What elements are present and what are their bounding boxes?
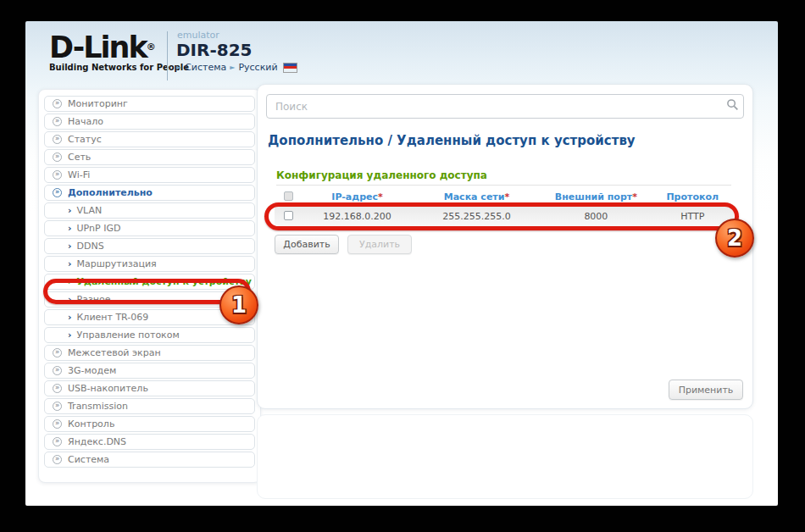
callout-badge-1: 1 (219, 285, 258, 324)
sidebar-item-label: Удаленный доступ к устройству (77, 276, 252, 287)
sidebar-item-label: Начало (68, 116, 103, 127)
sidebar-item-label: UPnP IGD (77, 223, 121, 234)
section-divider (276, 185, 731, 186)
arrow-circle-icon: » (53, 419, 62, 429)
column-header: IP-адрес* (303, 189, 413, 206)
page-title: Дополнительно / Удаленный доступ к устро… (268, 133, 636, 148)
apply-button[interactable]: Применить (669, 380, 743, 400)
sidebar-item-label: Мониторинг (68, 98, 128, 109)
add-button[interactable]: Добавить (275, 235, 339, 254)
arrow-circle-icon: » (53, 135, 62, 144)
table-cell: 255.255.255.0 (413, 206, 541, 227)
sidebar-item-transmission[interactable]: »Transmission (44, 398, 255, 414)
sidebar-item-label: Transmission (68, 401, 128, 412)
search-box[interactable] (266, 94, 744, 119)
row-checkbox-cell (275, 206, 303, 227)
magnifier-icon[interactable] (721, 98, 743, 114)
chevron-right-icon: › (68, 241, 72, 251)
lower-panel (257, 414, 753, 499)
sidebar-item-label: Межсетевой экран (68, 347, 161, 358)
sidebar-item-label: Сеть (68, 152, 91, 163)
chevron-right-icon: › (68, 313, 72, 322)
sidebar-item-routing[interactable]: ›Маршрутизация (44, 256, 255, 272)
language-menu-link[interactable]: Русский (238, 62, 277, 73)
sidebar-item-advanced[interactable]: »Дополнительно (44, 185, 255, 201)
arrow-circle-icon: » (53, 152, 62, 162)
chevron-right-icon: › (68, 330, 72, 340)
sidebar-item-label: Клиент TR-069 (77, 312, 149, 323)
sidebar-item-label: Wi-Fi (68, 169, 90, 180)
sidebar-item-ddns[interactable]: ›DDNS (44, 238, 255, 254)
arrow-circle-icon: » (53, 348, 62, 357)
table-cell: 8000 (541, 206, 651, 227)
arrow-right-icon: ► (230, 64, 235, 71)
sidebar-item-label: Разное (77, 294, 111, 305)
russian-flag-icon[interactable] (283, 63, 297, 73)
required-asterisk: * (504, 191, 509, 202)
logo-word: D-Link (49, 30, 147, 64)
column-header-label: Маска сети (444, 191, 505, 202)
sidebar-item-wifi[interactable]: »Wi-Fi (44, 167, 255, 183)
delete-button[interactable]: Удалить (347, 235, 412, 254)
search-input[interactable] (267, 101, 721, 113)
router-admin-page: D-Link® Building Networks for People emu… (25, 21, 778, 506)
header-links: ► Система ► Русский (176, 62, 297, 73)
logo-tagline: Building Networks for People (49, 63, 168, 72)
column-header-label: Протокол (666, 191, 719, 202)
chevron-right-icon: › (68, 224, 72, 233)
sidebar-item-status[interactable]: »Статус (44, 131, 255, 147)
remote-access-table: IP-адрес*Маска сети*Внешний порт*Протоко… (275, 189, 734, 228)
sidebar: »Мониторинг»Начало»Статус»Сеть»Wi-Fi»Доп… (38, 89, 261, 483)
sidebar-item-3g-modem[interactable]: »3G-модем (44, 363, 255, 379)
table-cell: 192.168.0.200 (303, 206, 413, 227)
main-panel: Дополнительно / Удаленный доступ к устро… (257, 84, 753, 409)
required-asterisk: * (378, 191, 383, 202)
registered-mark: ® (147, 42, 156, 53)
sidebar-item-label: Управление потоком (77, 330, 180, 341)
section-title: Конфигурация удаленного доступа (276, 169, 487, 181)
sidebar-item-label: VLAN (77, 205, 103, 216)
sidebar-item-label: DDNS (77, 241, 104, 252)
sidebar-item-label: Контроль (68, 418, 114, 429)
chevron-right-icon: › (68, 259, 72, 269)
arrow-circle-icon: » (53, 117, 62, 126)
sidebar-item-flow-control[interactable]: ›Управление потоком (44, 327, 255, 343)
chevron-right-icon: › (68, 295, 72, 304)
sidebar-item-remote-access[interactable]: ›Удаленный доступ к устройству (44, 274, 255, 290)
system-menu-link[interactable]: Система (185, 62, 226, 73)
callout-badge-2: 2 (715, 219, 754, 258)
table-row[interactable]: 192.168.0.200255.255.255.08000HTTP (275, 206, 734, 227)
column-header: Внешний порт* (541, 189, 651, 206)
select-all-checkbox[interactable] (284, 191, 293, 201)
sidebar-item-upnp-igd[interactable]: ›UPnP IGD (44, 220, 255, 236)
chevron-right-icon: › (68, 206, 72, 215)
row-checkbox[interactable] (284, 211, 293, 220)
table-header-row: IP-адрес*Маска сети*Внешний порт*Протоко… (275, 189, 734, 206)
sidebar-item-usb-storage[interactable]: »USB-накопитель (44, 380, 255, 396)
arrow-right-icon: ► (176, 64, 181, 71)
sidebar-item-label: Система (68, 454, 109, 465)
sidebar-item-vlan[interactable]: ›VLAN (44, 202, 255, 219)
sidebar-item-system[interactable]: »Система (44, 452, 255, 468)
sidebar-item-label: Статус (68, 134, 102, 145)
sidebar-item-yandex-dns[interactable]: »Яндекс.DNS (44, 434, 255, 450)
sidebar-item-control[interactable]: »Контроль (44, 416, 255, 432)
sidebar-item-network[interactable]: »Сеть (44, 149, 255, 165)
dlink-logo: D-Link® Building Networks for People (49, 33, 168, 72)
column-header: Маска сети* (413, 189, 541, 206)
sidebar-list: »Мониторинг»Начало»Статус»Сеть»Wi-Fi»Доп… (44, 96, 255, 468)
sidebar-item-label: 3G-модем (68, 365, 116, 376)
sidebar-item-start[interactable]: »Начало (44, 114, 255, 130)
sidebar-item-firewall[interactable]: »Межсетевой экран (44, 345, 255, 361)
model-block: emulator DIR-825 ► Система ► Русский (176, 30, 297, 73)
arrow-circle-icon: » (53, 188, 62, 197)
arrow-circle-icon: » (53, 99, 62, 108)
chevron-right-icon: › (68, 277, 72, 286)
arrow-circle-icon: » (53, 366, 62, 375)
arrow-circle-icon: » (53, 402, 62, 411)
sidebar-item-monitoring[interactable]: »Мониторинг (44, 96, 255, 112)
select-all-cell (275, 189, 303, 206)
column-header-label: Внешний порт (555, 191, 632, 202)
sidebar-item-label: Маршрутизация (77, 258, 157, 269)
required-asterisk: * (632, 191, 637, 202)
